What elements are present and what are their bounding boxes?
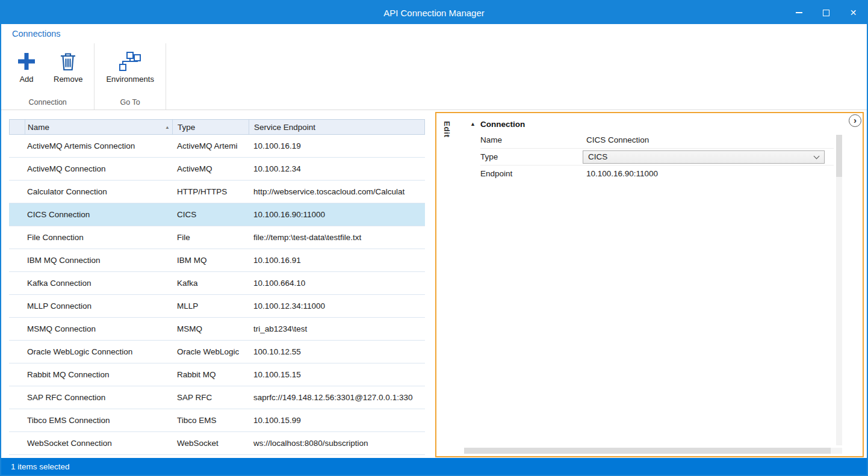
cell-type: MSMQ xyxy=(172,324,249,333)
cell-type: Rabbit MQ xyxy=(172,370,249,379)
type-dropdown[interactable]: CICS xyxy=(583,150,825,164)
main-area: Name ▲ Type Service Endpoint ActiveMQ Ar… xyxy=(1,110,867,458)
cell-type: WebSocket xyxy=(172,439,249,448)
cell-name: MSMQ Connection xyxy=(25,324,172,333)
column-header-name-label: Name xyxy=(28,123,49,132)
type-dropdown-value: CICS xyxy=(588,152,607,161)
table-row[interactable]: ActiveMQ Artemis Connection ActiveMQ Art… xyxy=(9,135,425,158)
cell-name: MLLP Connection xyxy=(25,301,172,311)
connection-section-header[interactable]: ▲ Connection xyxy=(458,113,842,132)
cell-endpoint: 10.100.16.90:11000 xyxy=(249,210,425,219)
table-row[interactable]: Calculator Connection HTTP/HTTPS http://… xyxy=(9,181,425,203)
cell-name: CICS Connection xyxy=(25,210,172,219)
minimize-button[interactable] xyxy=(786,1,813,24)
chevron-down-icon xyxy=(814,154,819,159)
cell-endpoint: tri_ab1234\test xyxy=(249,324,425,333)
maximize-button[interactable] xyxy=(813,1,840,24)
cell-name: Kafka Connection xyxy=(25,279,172,288)
environments-button[interactable]: Environments xyxy=(101,47,159,85)
app-window: API Connection Manager ✕ Connections Add xyxy=(0,0,868,476)
field-label-type: Type xyxy=(480,152,586,161)
cell-type: Oracle WebLogic xyxy=(172,347,249,356)
field-label-name: Name xyxy=(480,135,586,144)
column-header-gutter xyxy=(10,120,25,134)
edit-tab[interactable]: Edit xyxy=(436,113,458,456)
cell-name: WebSocket Connection xyxy=(25,439,172,448)
tab-connections[interactable]: Connections xyxy=(12,29,61,39)
table-row[interactable]: Oracle WebLogic Connection Oracle WebLog… xyxy=(9,341,425,363)
table-row[interactable]: Kafka Connection Kafka 10.100.664.10 xyxy=(9,272,425,295)
field-row-name: Name CICS Connection xyxy=(480,132,834,149)
status-text: 1 items selected xyxy=(11,462,70,471)
status-bar: 1 items selected xyxy=(1,458,867,475)
table-row[interactable]: MSMQ Connection MSMQ tri_ab1234\test xyxy=(9,318,425,341)
table-row[interactable]: ActiveMQ Connection ActiveMQ 10.100.12.3… xyxy=(9,158,425,181)
ribbon-group-label-connection: Connection xyxy=(7,96,88,110)
table-row[interactable]: SAP RFC Connection SAP RFC saprfc://149.… xyxy=(9,386,425,409)
connections-table: Name ▲ Type Service Endpoint ActiveMQ Ar… xyxy=(9,119,425,455)
vertical-scrollbar-thumb[interactable] xyxy=(836,135,842,177)
cell-name: ActiveMQ Connection xyxy=(25,164,172,173)
cell-endpoint: ws://localhost:8080/subscription xyxy=(249,439,425,448)
table-row[interactable]: MLLP Connection MLLP 10.100.12.34:11000 xyxy=(9,295,425,318)
table-row[interactable]: Rabbit MQ Connection Rabbit MQ 10.100.15… xyxy=(9,363,425,386)
cell-endpoint: 10.100.12.34 xyxy=(249,164,425,173)
field-grid: Name CICS Connection Type CICS xyxy=(458,132,842,182)
ribbon-group-goto: Environments Go To xyxy=(95,43,166,110)
column-header-type[interactable]: Type xyxy=(173,120,249,134)
remove-button[interactable]: Remove xyxy=(48,47,88,85)
cell-endpoint: 10.100.16.91 xyxy=(249,256,425,265)
field-value-endpoint[interactable]: 10.100.16.90:11000 xyxy=(586,169,834,178)
table-row[interactable]: Tibco EMS Connection Tibco EMS 10.100.15… xyxy=(9,409,425,432)
cell-name: SAP RFC Connection xyxy=(25,393,172,402)
cell-name: IBM MQ Connection xyxy=(25,256,172,265)
horizontal-scrollbar[interactable] xyxy=(464,448,842,454)
cell-endpoint: 10.100.15.99 xyxy=(249,416,425,425)
ribbon-group-connection: Add Remove Connection xyxy=(1,43,95,110)
column-header-name[interactable]: Name ▲ xyxy=(25,120,173,134)
ribbon-group-label-goto: Go To xyxy=(101,96,159,110)
table-row[interactable]: CICS Connection CICS 10.100.16.90:11000 xyxy=(9,203,425,226)
table-row[interactable]: IBM MQ Connection IBM MQ 10.100.16.91 xyxy=(9,249,425,272)
table-row[interactable]: WebSocket Connection WebSocket ws://loca… xyxy=(9,432,425,455)
cell-type: SAP RFC xyxy=(172,393,249,402)
cell-type: CICS xyxy=(172,210,249,219)
table-body: ActiveMQ Artemis Connection ActiveMQ Art… xyxy=(9,135,425,455)
cell-type: MLLP xyxy=(172,301,249,311)
environments-icon xyxy=(119,50,141,73)
cell-endpoint: saprfc://149.148.12.56:3301@127.0.0.1:33… xyxy=(249,393,425,402)
cell-type: File xyxy=(172,233,249,242)
cell-name: Tibco EMS Connection xyxy=(25,416,172,425)
expander-icon: ▲ xyxy=(470,122,476,127)
field-row-type: Type CICS xyxy=(480,149,834,165)
collapse-panel-button[interactable]: › xyxy=(849,114,861,127)
vertical-scrollbar[interactable] xyxy=(836,135,842,445)
table-header: Name ▲ Type Service Endpoint xyxy=(9,119,425,135)
table-row[interactable]: File Connection File file://temp:\test-d… xyxy=(9,226,425,249)
cell-name: ActiveMQ Artemis Connection xyxy=(25,141,172,150)
cell-type: ActiveMQ xyxy=(172,164,249,173)
cell-endpoint: 10.100.15.15 xyxy=(249,370,425,379)
close-button[interactable]: ✕ xyxy=(840,1,867,24)
chevron-right-icon: › xyxy=(854,116,857,125)
cell-name: Oracle WebLogic Connection xyxy=(25,347,172,356)
cell-type: Kafka xyxy=(172,279,249,288)
cell-name: File Connection xyxy=(25,233,172,242)
edit-panel-content: ▲ Connection Name CICS Connection Type C… xyxy=(458,113,842,456)
cell-endpoint: 10.100.16.19 xyxy=(249,141,425,150)
horizontal-scrollbar-thumb[interactable] xyxy=(464,448,831,454)
minimize-icon xyxy=(796,12,802,13)
cell-endpoint: file://temp:\test-data\testfile.txt xyxy=(249,233,425,242)
cell-type: HTTP/HTTPS xyxy=(172,187,249,196)
sort-ascending-icon: ▲ xyxy=(165,125,172,129)
add-button[interactable]: Add xyxy=(7,47,46,85)
remove-button-label: Remove xyxy=(54,75,82,84)
cell-name: Calculator Connection xyxy=(25,187,172,196)
maximize-icon xyxy=(823,10,829,16)
trash-icon xyxy=(59,50,77,73)
column-header-endpoint[interactable]: Service Endpoint xyxy=(249,120,424,134)
field-value-name[interactable]: CICS Connection xyxy=(586,135,834,144)
add-icon xyxy=(16,50,37,73)
cell-endpoint: 100.10.12.55 xyxy=(249,347,425,356)
menu-bar: Connections xyxy=(1,24,867,43)
